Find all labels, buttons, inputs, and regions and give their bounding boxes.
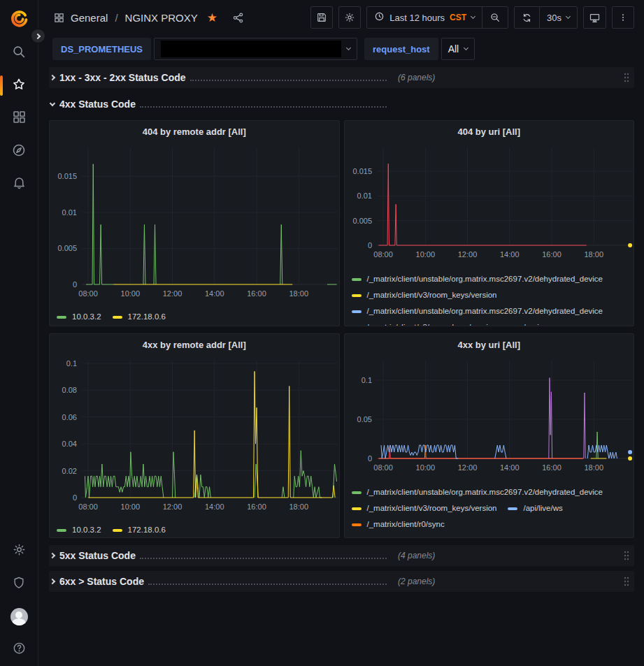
legend-label: /_matrix/client/unstable/org.matrix.msc2… xyxy=(367,533,603,538)
share-icon[interactable] xyxy=(232,12,244,24)
legend-swatch xyxy=(352,310,362,313)
row-drag-handle[interactable] xyxy=(623,576,630,587)
dashboard-canvas: 1xx - 3xx - 2xx Status Code (6 panels) 4… xyxy=(38,63,644,592)
svg-text:0.1: 0.1 xyxy=(66,359,77,368)
chevron-down-icon xyxy=(566,14,571,19)
panel-title[interactable]: 404 by uri [All] xyxy=(345,121,634,142)
sidebar-item-dashboards[interactable] xyxy=(0,102,38,135)
variable-value-request-host[interactable]: All xyxy=(441,38,475,60)
timezone-label: CST xyxy=(450,13,466,22)
legend-item[interactable]: 10.0.3.2 xyxy=(57,309,101,325)
chevron-right-icon xyxy=(50,75,55,80)
help-icon xyxy=(12,641,27,658)
legend-label: 172.18.0.6 xyxy=(128,522,166,538)
legend-item[interactable]: 172.18.0.6 xyxy=(113,522,166,538)
legend-swatch xyxy=(352,523,362,526)
shield-icon xyxy=(12,576,26,593)
panel-4xx-by-uri: 4xx by uri [All] 00.050.108:0010:0012:00… xyxy=(344,333,635,538)
sidebar-item-alerting[interactable] xyxy=(0,168,38,201)
row-header-1xx-3xx-2xx[interactable]: 1xx - 3xx - 2xx Status Code (6 panels) xyxy=(49,67,634,88)
chart-legend: 10.0.3.2172.18.0.6 xyxy=(50,522,339,538)
panel-grid-row2: 4xx by remote addr [All] 00.020.040.060.… xyxy=(49,333,634,538)
more-options-button[interactable] xyxy=(612,6,634,29)
panel-title[interactable]: 404 by remote addr [All] xyxy=(50,121,339,142)
legend-item[interactable]: 10.0.3.2 xyxy=(57,522,101,538)
variables-bar: DS_PROMETHEUS request_host All xyxy=(38,35,644,63)
legend-item[interactable]: /_matrix/client/unstable/org.matrix.msc2… xyxy=(352,484,603,500)
variable-label-request-host[interactable]: request_host xyxy=(364,38,438,60)
row-panel-count: (4 panels) xyxy=(398,551,435,560)
sidebar-expand-button[interactable] xyxy=(30,28,46,44)
chevron-down-icon xyxy=(471,14,475,19)
refresh-interval-picker[interactable]: 30s xyxy=(539,7,577,28)
row-panel-count: (2 panels) xyxy=(398,577,435,586)
svg-text:14:00: 14:00 xyxy=(205,502,224,511)
svg-text:0: 0 xyxy=(367,241,371,249)
legend-item[interactable]: /_matrix/client/unstable/org.matrix.msc2… xyxy=(352,533,603,538)
bell-icon xyxy=(12,175,27,193)
row-title: 5xx Status Code xyxy=(59,550,136,561)
row-drag-handle[interactable] xyxy=(623,72,630,83)
legend-item[interactable]: /api/live/ws xyxy=(508,500,562,516)
panel-404-by-remote-addr: 404 by remote addr [All] 00.0050.010.015… xyxy=(49,120,340,326)
main-area: General / NGINX PROXY ★ xyxy=(38,0,644,666)
save-dashboard-button[interactable] xyxy=(310,6,333,29)
breadcrumb-folder[interactable]: General xyxy=(71,12,108,24)
svg-text:18:00: 18:00 xyxy=(584,463,603,472)
sidebar-item-profile[interactable] xyxy=(0,600,38,633)
panel-404-by-uri: 404 by uri [All] 00.0050.010.01508:0010:… xyxy=(344,120,635,326)
row-dotted-leader xyxy=(140,106,387,108)
svg-text:10:00: 10:00 xyxy=(415,463,435,472)
cycle-view-mode-button[interactable] xyxy=(583,6,606,29)
svg-text:0: 0 xyxy=(73,493,77,502)
legend-item[interactable]: 172.18.0.6 xyxy=(113,309,166,325)
row-header-5xx[interactable]: 5xx Status Code (4 panels) xyxy=(49,545,634,566)
legend-item[interactable]: /_matrix/client/v3/room_keys/version xyxy=(352,319,497,326)
breadcrumb-dashboard-title[interactable]: NGINX PROXY xyxy=(125,12,198,24)
sidebar-item-help[interactable] xyxy=(0,633,38,666)
favorite-star-icon[interactable]: ★ xyxy=(207,12,217,24)
panel-4xx-by-remote-addr: 4xx by remote addr [All] 00.020.040.060.… xyxy=(49,333,340,538)
legend-item[interactable]: /_matrix/client/unstable/org.matrix.msc2… xyxy=(352,303,603,319)
panel-title[interactable]: 4xx by uri [All] xyxy=(345,334,634,355)
variable-selected-value: All xyxy=(448,43,459,55)
row-header-4xx[interactable]: 4xx Status Code xyxy=(49,94,634,115)
time-range-picker[interactable]: Last 12 hours CST xyxy=(367,7,482,28)
panel-title[interactable]: 4xx by remote addr [All] xyxy=(50,334,339,355)
svg-text:08:00: 08:00 xyxy=(373,463,393,472)
row-drag-handle[interactable] xyxy=(623,550,630,561)
apps-grid-icon[interactable] xyxy=(54,13,64,23)
legend-item[interactable]: /_matrix/client/unstable/org.matrix.msc2… xyxy=(352,271,603,287)
svg-text:0.1: 0.1 xyxy=(361,376,371,384)
sidebar-item-starred[interactable] xyxy=(0,69,38,102)
legend-swatch xyxy=(352,491,362,494)
legend-label: /_matrix/client/v3/room_keys/version xyxy=(367,319,497,326)
dashboard-toolbar: General / NGINX PROXY ★ xyxy=(38,0,644,35)
legend-item[interactable]: /_matrix/client/v3/room_keys/version xyxy=(352,500,497,516)
refresh-button[interactable] xyxy=(515,7,539,28)
zoom-out-button[interactable] xyxy=(482,7,508,28)
sidebar-item-configuration[interactable] xyxy=(0,535,38,567)
legend-item[interactable]: /_matrix/client/v3/room_keys/version xyxy=(352,287,497,303)
svg-text:08:00: 08:00 xyxy=(78,502,98,511)
star-icon xyxy=(11,77,27,95)
chart-legend: /_matrix/client/unstable/org.matrix.msc2… xyxy=(345,484,634,538)
refresh-group: 30s xyxy=(514,6,578,29)
legend-swatch xyxy=(57,316,66,319)
svg-text:0.05: 0.05 xyxy=(357,415,371,424)
variable-value-ds-prometheus[interactable] xyxy=(154,38,357,60)
variable-request-host: request_host All xyxy=(364,38,475,60)
sidebar-item-server-admin[interactable] xyxy=(0,567,38,600)
dashboard-settings-button[interactable] xyxy=(338,6,361,29)
row-header-6xx[interactable]: 6xx > Status Code (2 panels) xyxy=(49,571,634,592)
svg-text:0.015: 0.015 xyxy=(352,167,372,175)
legend-label: /api/live/ws xyxy=(523,500,562,516)
svg-text:14:00: 14:00 xyxy=(205,289,224,298)
sidebar-item-explore[interactable] xyxy=(0,135,38,168)
time-series-plot: 00.0050.010.01508:0010:0012:0014:0016:00… xyxy=(349,142,635,262)
legend-item[interactable]: /_matrix/client/r0/sync xyxy=(352,516,445,533)
variable-label-ds-prometheus[interactable]: DS_PROMETHEUS xyxy=(52,38,151,60)
legend-item[interactable]: /sw.js xyxy=(508,319,543,326)
svg-text:16:00: 16:00 xyxy=(247,502,266,511)
legend-swatch xyxy=(352,326,362,327)
